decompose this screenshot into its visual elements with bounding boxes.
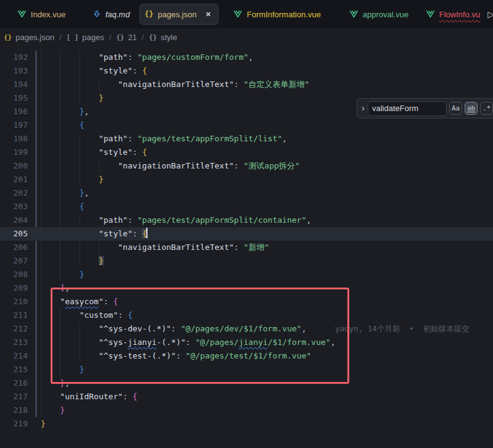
- line-number[interactable]: 214: [0, 349, 28, 363]
- line-number[interactable]: 208: [0, 268, 28, 281]
- find-expand-chevron-icon[interactable]: ›: [357, 102, 368, 114]
- editor[interactable]: 192 "path": "pages/customForm/form",193 …: [0, 46, 493, 448]
- code-token: :: [234, 80, 244, 89]
- code-line[interactable]: 194 "navigationBarTitleText": "自定义表单新增": [0, 78, 493, 91]
- whole-word-button[interactable]: ab: [465, 102, 478, 115]
- line-number[interactable]: 198: [0, 132, 28, 146]
- line-number[interactable]: 206: [0, 241, 28, 254]
- line-number[interactable]: 205: [0, 227, 28, 241]
- breadcrumb-separator: /: [142, 33, 144, 42]
- code-token: :: [133, 147, 143, 157]
- tab-approval-vue[interactable]: approval.vue: [336, 0, 422, 28]
- line-number[interactable]: 218: [0, 404, 28, 417]
- line-number[interactable]: 196: [0, 105, 28, 118]
- line-number[interactable]: 212: [0, 322, 28, 336]
- code-line[interactable]: 197 {: [0, 118, 493, 132]
- breadcrumb-item-21[interactable]: {}21: [116, 33, 137, 42]
- code-text: },: [41, 376, 70, 390]
- line-number[interactable]: 199: [0, 146, 28, 159]
- code-token: :: [123, 392, 133, 401]
- code-token: :: [176, 351, 186, 360]
- tab-faq-md[interactable]: faq.md: [83, 0, 139, 28]
- line-number[interactable]: 216: [0, 376, 28, 390]
- code-line[interactable]: 208 }: [0, 268, 493, 281]
- tab-forminformation-vue[interactable]: FormInformation.vue: [218, 0, 336, 28]
- code-line[interactable]: 210 "easycom": {: [0, 295, 493, 309]
- code-line[interactable]: 214 "^sys-test-(.*)": "@/pages/test/$1/f…: [0, 349, 493, 363]
- code-token: "path": [99, 134, 128, 143]
- code-token: "navigationBarTitleText": [118, 243, 234, 252]
- array-symbol-icon: [ ]: [66, 33, 78, 41]
- code-token: {: [80, 120, 85, 130]
- line-number[interactable]: 209: [0, 281, 28, 295]
- code-line[interactable]: 201 }: [0, 173, 493, 186]
- code-token: "path": [99, 215, 128, 225]
- breadcrumb-item-pages[interactable]: [ ]pages: [66, 33, 104, 42]
- tab-flowinfo-vu[interactable]: FlowInfo.vu: [422, 0, 484, 28]
- line-number[interactable]: 197: [0, 118, 28, 132]
- code-text: }: [41, 173, 104, 186]
- code-token: ,: [65, 283, 70, 292]
- code-text: "navigationBarTitleText": "新增": [41, 241, 269, 254]
- tab-label: pages.json: [158, 10, 197, 19]
- line-number[interactable]: 192: [0, 51, 28, 64]
- code-line[interactable]: 207 }: [0, 254, 493, 268]
- code-line[interactable]: 198 "path": "pages/test/appFormSplit/lis…: [0, 132, 493, 146]
- tab-index-vue[interactable]: Index.vue: [0, 0, 83, 28]
- code-line[interactable]: 200 "navigationBarTitleText": "测试app拆分": [0, 159, 493, 173]
- line-number[interactable]: 211: [0, 309, 28, 322]
- code-line[interactable]: 202 },: [0, 186, 493, 200]
- find-input[interactable]: [368, 101, 447, 116]
- code-line[interactable]: 216 },: [0, 376, 493, 390]
- code-token: }: [99, 93, 104, 102]
- code-line[interactable]: 203 {: [0, 200, 493, 214]
- line-number[interactable]: 194: [0, 78, 28, 91]
- code-line[interactable]: 192 "path": "pages/customForm/form",: [0, 51, 493, 64]
- code-line[interactable]: 211 "custom": {: [0, 309, 493, 322]
- code-line[interactable]: 193 "style": {: [0, 64, 493, 78]
- git-blame-annotation: yaoyn, 14个月前 • 初始版本提交: [335, 322, 470, 336]
- code-token: ,: [84, 188, 89, 197]
- code-line[interactable]: 215 }: [0, 363, 493, 376]
- line-number[interactable]: 193: [0, 64, 28, 78]
- find-widget: › Aaab.*: [357, 98, 493, 118]
- regex-button[interactable]: .*: [480, 102, 493, 115]
- line-number[interactable]: 213: [0, 336, 28, 349]
- code-text: "uniIdRouter": {: [41, 390, 138, 404]
- breadcrumb-item-style[interactable]: {}style: [149, 33, 177, 42]
- code-line[interactable]: 212 "^sys-dev-(.*)": "@/pages/dev/$1/for…: [0, 322, 493, 336]
- json-icon: {}: [144, 10, 153, 19]
- line-number[interactable]: 201: [0, 173, 28, 186]
- tab-label: Index.vue: [31, 10, 65, 19]
- line-number[interactable]: 200: [0, 159, 28, 173]
- line-number[interactable]: 217: [0, 390, 28, 404]
- code-line[interactable]: 209 ],: [0, 281, 493, 295]
- code-token: :: [186, 338, 196, 347]
- tab-pages-json[interactable]: {}pages.json✕: [139, 4, 218, 25]
- code-line[interactable]: 219}: [0, 417, 493, 431]
- code-text: }: [41, 363, 84, 376]
- line-number[interactable]: 203: [0, 200, 28, 214]
- tab-overflow-chevron-icon[interactable]: ▷: [485, 0, 493, 28]
- line-number[interactable]: 219: [0, 417, 28, 431]
- code-line[interactable]: 206 "navigationBarTitleText": "新增": [0, 241, 493, 254]
- code-token: :: [128, 215, 138, 225]
- code-line[interactable]: 204 "path": "pages/test/appFormSplit/con…: [0, 214, 493, 227]
- line-number[interactable]: 210: [0, 295, 28, 309]
- line-number[interactable]: 215: [0, 363, 28, 376]
- code-line[interactable]: 199 "style": {: [0, 146, 493, 159]
- close-icon[interactable]: ✕: [204, 9, 213, 19]
- breadcrumb-item-pages-json[interactable]: {}pages.json: [4, 33, 54, 42]
- code-line[interactable]: 217 "uniIdRouter": {: [0, 390, 493, 404]
- code-token: ,: [282, 134, 287, 143]
- code-line[interactable]: 213 "^sys-jianyi-(.*)": "@/pages/jianyi/…: [0, 336, 493, 349]
- code-token: jianyi: [239, 338, 268, 347]
- code-line[interactable]: 205 "style": {: [0, 227, 493, 241]
- code-line[interactable]: 218 }: [0, 404, 493, 417]
- line-number[interactable]: 207: [0, 254, 28, 268]
- code-text: "path": "pages/test/appFormSplit/list",: [41, 132, 287, 146]
- line-number[interactable]: 202: [0, 186, 28, 200]
- line-number[interactable]: 204: [0, 214, 28, 227]
- line-number[interactable]: 195: [0, 91, 28, 105]
- match-case-button[interactable]: Aa: [449, 102, 462, 115]
